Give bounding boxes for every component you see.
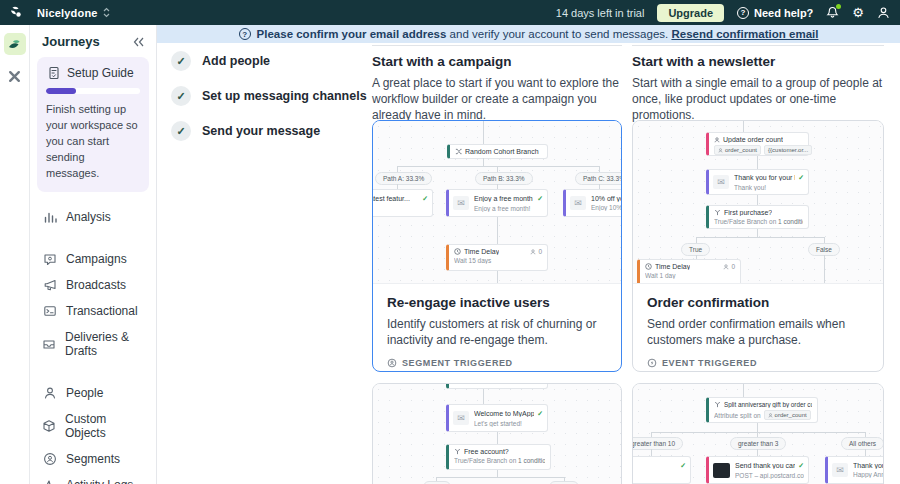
need-help-button[interactable]: ? Need help? xyxy=(737,7,813,19)
branch-icon xyxy=(714,209,721,216)
template-card-anniversary-gift[interactable]: Split anniversary gift by order count At… xyxy=(632,383,884,484)
sidebar-item-label: People xyxy=(66,386,103,400)
help-icon: ? xyxy=(737,7,749,19)
journeys-icon xyxy=(7,37,22,52)
template-card-reengage[interactable]: Random Cohort Branch Path A: 33.3% Path … xyxy=(372,120,622,372)
attribute-name: order_count xyxy=(725,147,757,153)
info-icon: ? xyxy=(239,28,251,40)
inbox-icon xyxy=(42,337,56,351)
workspace-selector[interactable]: Nicelydone xyxy=(30,7,110,19)
workflow-preview: Split anniversary gift by order count At… xyxy=(633,384,883,484)
sidebar: Journeys Setup Guide Finish setting up y… xyxy=(30,25,157,484)
split-pill: greater than 3 xyxy=(730,437,786,450)
checklist-label: Send your message xyxy=(202,124,320,138)
notification-dot xyxy=(836,4,841,9)
sidebar-item-label: Broadcasts xyxy=(66,278,126,292)
node-subtitle: POST – api.postcard.com xyxy=(735,472,804,479)
sidebar-item-people[interactable]: People xyxy=(30,380,156,406)
node-title: Enjoy a free month of acce... xyxy=(474,195,534,202)
segment-trigger-icon xyxy=(387,358,397,368)
account-button[interactable] xyxy=(877,6,890,19)
node-title: 10% off your fi... xyxy=(591,195,621,202)
branch-sub-prefix: True/False Branch on xyxy=(714,218,778,225)
app-logo[interactable] xyxy=(0,0,30,25)
app-root: Nicelydone 14 days left in trial Upgrade… xyxy=(0,0,900,484)
campaign-column-header: Start with a campaign A great place to s… xyxy=(372,45,622,124)
setup-progress-bar xyxy=(46,88,140,94)
card-tag: Event triggered xyxy=(662,358,757,368)
resend-confirmation-link[interactable]: Resend confirmation email xyxy=(671,28,818,40)
node-subtitle: Enjoy a free month! xyxy=(474,205,543,212)
setup-guide-title: Setup Guide xyxy=(67,66,134,80)
node-title: Welcome to MyApp xyxy=(474,410,534,417)
checklist-item-add-people[interactable]: ✓ Add people xyxy=(171,51,367,71)
sidebar-nav: Analysis Campaigns Broadcasts Transactio… xyxy=(30,202,156,484)
email-icon: ✉ xyxy=(453,196,469,210)
column-title: Start with a newsletter xyxy=(632,54,884,69)
card-tag: Segment triggered xyxy=(402,358,513,368)
node-subtitle: Let's get started! xyxy=(474,420,543,427)
rail-item-journeys[interactable] xyxy=(4,33,26,55)
person-icon xyxy=(42,386,57,400)
sidebar-item-analysis[interactable]: Analysis xyxy=(30,204,156,230)
upgrade-button[interactable]: Upgrade xyxy=(657,4,724,22)
sent-check-icon: ✓ xyxy=(422,195,428,203)
sent-check-icon: ✓ xyxy=(537,410,543,418)
pipelines-x-icon xyxy=(8,70,21,83)
gear-icon: ⚙ xyxy=(852,6,864,19)
user-icon xyxy=(877,6,890,19)
node-title: Time Delay xyxy=(464,248,499,255)
checklist-label: Add people xyxy=(202,54,270,68)
bar-chart-icon xyxy=(42,210,57,224)
sidebar-item-activity-logs[interactable]: Activity Logs xyxy=(30,472,156,484)
branch-icon xyxy=(454,448,461,455)
collapse-sidebar-icon[interactable] xyxy=(133,37,144,47)
path-pill: Path B: 33.3% xyxy=(475,172,533,185)
branch-condition-link: 1 condition xyxy=(518,457,545,464)
sidebar-item-broadcasts[interactable]: Broadcasts xyxy=(30,272,156,298)
check-icon: ✓ xyxy=(171,121,191,141)
node-title: Time Delay xyxy=(655,263,690,270)
checklist-item-messaging-channels[interactable]: ✓ Set up messaging channels xyxy=(171,86,367,106)
people-count: 0 xyxy=(731,263,735,270)
settings-button[interactable]: ⚙ xyxy=(852,6,864,19)
email-icon: ✉ xyxy=(453,411,469,425)
sent-check-icon: ✓ xyxy=(798,462,804,470)
check-icon: ✓ xyxy=(171,86,191,106)
sidebar-item-transactional[interactable]: Transactional xyxy=(30,298,156,324)
template-card-welcome-series[interactable]: ✉ Welcome to MyApp✓ Let's get started! F… xyxy=(372,383,622,484)
sidebar-item-label: Campaigns xyxy=(66,252,127,266)
clock-icon xyxy=(454,248,461,255)
sidebar-item-campaigns[interactable]: Campaigns xyxy=(30,246,156,272)
workspace-caret-icon xyxy=(103,7,110,18)
attribute-chip: order_count xyxy=(764,410,811,420)
sidebar-item-custom-objects[interactable]: Custom Objects xyxy=(30,406,156,446)
customerio-logo-icon xyxy=(8,5,23,20)
workflow-preview: ✉ Welcome to MyApp✓ Let's get started! F… xyxy=(373,384,621,484)
sidebar-item-segments[interactable]: Segments xyxy=(30,446,156,472)
rail-item-data-pipelines[interactable] xyxy=(4,65,26,87)
attribute-chip: order_count xyxy=(714,145,761,155)
split-prefix: Attribute split on xyxy=(714,412,761,419)
trial-countdown: 14 days left in trial xyxy=(556,7,645,19)
confirm-email-banner: ? Please confirm your email address and … xyxy=(157,25,900,43)
workspace-name: Nicelydone xyxy=(37,7,98,19)
person-attr-icon xyxy=(714,137,720,143)
random-branch-icon xyxy=(455,148,462,155)
newsletter-column-header: Start with a newsletter Start with a sin… xyxy=(632,45,884,124)
main-content: ? Please confirm your email address and … xyxy=(157,25,900,484)
template-card-order-confirmation[interactable]: Update order count order_count {{custome… xyxy=(632,120,884,372)
attribute-name: order_count xyxy=(775,412,807,418)
node-title: Thank you! xyxy=(853,462,883,469)
notifications-button[interactable] xyxy=(826,6,839,19)
branch-sub-prefix: True/False Branch on xyxy=(454,457,518,464)
column-description: Start with a single email to a group of … xyxy=(632,75,884,124)
sidebar-item-label: Custom Objects xyxy=(65,412,144,440)
node-subtitle: nniversary! xyxy=(633,472,686,479)
node-title: First purchase? xyxy=(724,209,772,216)
sidebar-item-deliveries-drafts[interactable]: Deliveries & Drafts xyxy=(30,324,156,364)
setup-guide-card[interactable]: Setup Guide Finish setting up your works… xyxy=(37,57,149,192)
sidebar-item-label: Activity Logs xyxy=(66,478,133,484)
check-icon: ✓ xyxy=(171,51,191,71)
checklist-item-send-message[interactable]: ✓ Send your message xyxy=(171,121,367,141)
